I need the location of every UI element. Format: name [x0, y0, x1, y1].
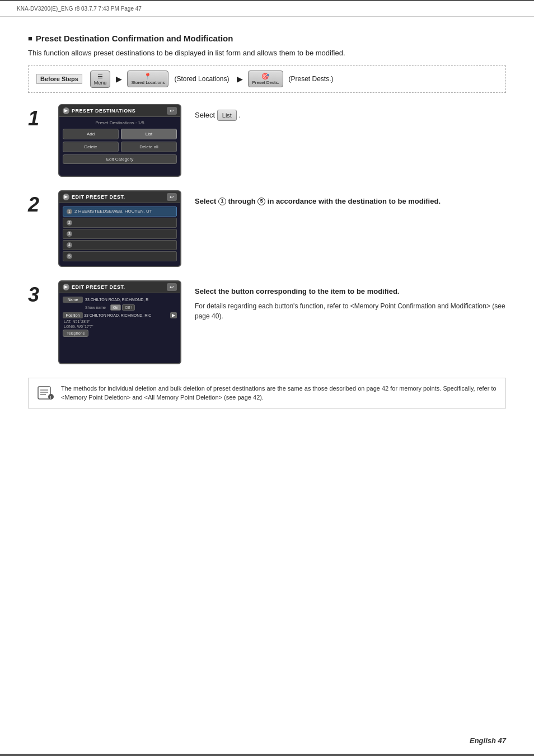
menu-button[interactable]: ☰ Menu — [90, 71, 111, 88]
step-2-number: 2 — [28, 195, 45, 215]
page-wrapper: KNA-DV3200(E)_ENG r8 03.7.7 7:43 PM Page… — [0, 0, 534, 756]
step-1-back-button[interactable]: ↩ — [167, 107, 177, 115]
toggle-on-button[interactable]: On — [110, 304, 121, 311]
step-3-long: LONG. W0°17'7" — [63, 325, 177, 328]
screen-3-icon: ▶ — [63, 284, 69, 290]
note-icon: ! — [36, 384, 54, 402]
stored-locations-label: (Stored Locations) — [174, 75, 229, 83]
telephone-button[interactable]: Telephone — [63, 330, 88, 337]
stored-locations-button[interactable]: 📍 Stored Locations — [127, 71, 168, 87]
screen-delete-all-button[interactable]: Delete all — [121, 142, 177, 152]
screen-list-item-4[interactable]: 4 — [63, 240, 177, 250]
item-num-1: 1 — [67, 209, 72, 214]
step-3-row: 3 ▶ EDIT PRESET DEST. ↩ Name — [28, 280, 506, 364]
show-name-label: Show name — [85, 306, 106, 309]
step-3-description: Select the button corresponding to the i… — [195, 280, 506, 322]
step-2-screen: ▶ EDIT PRESET DEST. ↩ 1 2 HEEMSTEEDSEWEB… — [58, 190, 181, 267]
before-steps-label: Before Steps — [36, 74, 82, 84]
step-1-subtitle: Preset Destinations : 1/5 — [63, 120, 177, 125]
step-2-titlebar: ▶ EDIT PRESET DEST. ↩ — [59, 191, 180, 203]
item-num-3: 3 — [67, 231, 72, 237]
circle-5: 5 — [257, 198, 265, 205]
top-header: KNA-DV3200(E)_ENG r8 03.7.7 7:43 PM Page… — [0, 0, 534, 17]
toggle-group: On Off ! — [110, 304, 135, 311]
screen-delete-button[interactable]: Delete — [63, 142, 119, 152]
note-svg-icon: ! — [37, 384, 54, 401]
screen-list-button[interactable]: List — [121, 129, 177, 139]
step-2-title: EDIT PRESET DEST. — [72, 194, 125, 200]
step-2-back-button[interactable]: ↩ — [167, 193, 177, 201]
arrow2: ▶ — [237, 75, 242, 83]
step-3-position-row: Position 33 CHILTON ROAD, RICHMOND, RIC … — [63, 312, 177, 318]
preset-dests-button[interactable]: 🎯 Preset Dests. — [248, 71, 283, 87]
step-3-lat: LAT. N51°28'9" — [63, 320, 177, 323]
step-3-back-button[interactable]: ↩ — [167, 283, 177, 291]
step-3-name-row: Name 33 CHILTON ROAD, RICHMOND, R — [63, 297, 177, 303]
item-num-2: 2 — [67, 220, 72, 226]
step-1-row: 1 ▶ PRESET DESTINATIONS ↩ Preset Destina… — [28, 104, 506, 177]
step-1-btn-grid: Add List Delete Delete all — [63, 129, 177, 152]
section-intro: This function allows preset destinations… — [28, 48, 506, 59]
bottom-border — [0, 754, 534, 756]
position-arrow-button[interactable]: ▶ — [170, 312, 177, 318]
step-1-number: 1 — [28, 109, 45, 129]
step-1-screen: ▶ PRESET DESTINATIONS ↩ Preset Destinati… — [58, 104, 181, 177]
circle-1: 1 — [218, 198, 226, 205]
step-1-title: PRESET DESTINATIONS — [72, 108, 135, 114]
step-3-name-value: 33 CHILTON ROAD, RICHMOND, R — [85, 298, 177, 302]
step-2-row: 2 ▶ EDIT PRESET DEST. ↩ 1 2 HEEMSTEEDSEW… — [28, 190, 506, 267]
step-3-showname-row: Show name On Off ! — [85, 304, 177, 311]
screen-list-item-1[interactable]: 1 2 HEEMSTEEDSEWEB, HOUTEN, UT — [63, 206, 177, 217]
screen-1-icon: ▶ — [63, 107, 69, 114]
section-title: Preset Destination Confirmation and Modi… — [28, 34, 506, 43]
screen-list-item-3[interactable]: 3 — [63, 229, 177, 239]
step-3-position-value: 33 CHILTON ROAD, RICHMOND, RIC — [84, 313, 169, 317]
toggle-off-button[interactable]: Off ! — [122, 304, 135, 311]
preset-icon: 🎯 — [261, 73, 269, 80]
arrow1: ▶ — [116, 75, 121, 83]
step-3-name-label: Name — [63, 297, 83, 303]
steps-container: 1 ▶ PRESET DESTINATIONS ↩ Preset Destina… — [28, 104, 506, 364]
svg-text:!: ! — [50, 396, 51, 400]
location-icon: 📍 — [144, 73, 152, 80]
before-steps-box: Before Steps ☰ Menu ▶ 📍 Stored Locations… — [28, 65, 506, 93]
step-3-titlebar: ▶ EDIT PRESET DEST. ↩ — [59, 281, 180, 293]
step-1-titlebar: ▶ PRESET DESTINATIONS ↩ — [59, 105, 180, 117]
step-3-number: 3 — [28, 285, 45, 305]
note-text: The methods for individual deletion and … — [61, 384, 498, 402]
menu-icon: ☰ — [97, 73, 103, 80]
step-3-desc-main: Select the button corresponding to the i… — [195, 286, 506, 297]
header-text: KNA-DV3200(E)_ENG r8 03.7.7 7:43 PM Page… — [17, 6, 142, 12]
screen-list-item-2[interactable]: 2 — [63, 218, 177, 228]
preset-dests-label: (Preset Dests.) — [289, 75, 334, 83]
main-content: Preset Destination Confirmation and Modi… — [0, 17, 534, 431]
step-3-desc-sub: For details regarding each button's func… — [195, 301, 506, 321]
screen-edit-category-button[interactable]: Edit Category — [63, 154, 177, 164]
screen-add-button[interactable]: Add — [63, 129, 119, 139]
item-num-4: 4 — [67, 242, 72, 248]
step-2-desc-main: Select 1 through 5 in accordance with th… — [195, 196, 506, 207]
screen-2-icon: ▶ — [63, 194, 69, 200]
list-inline-button[interactable]: List — [217, 110, 237, 121]
note-box: ! The methods for individual deletion an… — [28, 378, 506, 408]
page-footer: English 47 — [470, 736, 506, 745]
screen-list-item-5[interactable]: 5 — [63, 251, 177, 261]
step-1-description: Select List . — [195, 104, 506, 126]
item-num-5: 5 — [67, 253, 72, 259]
step-3-screen: ▶ EDIT PRESET DEST. ↩ Name 33 CHILTON RO… — [58, 280, 181, 364]
step-1-desc-main: Select List . — [195, 110, 506, 121]
step-3-title: EDIT PRESET DEST. — [72, 284, 125, 290]
step-2-description: Select 1 through 5 in accordance with th… — [195, 190, 506, 212]
step-3-position-label: Position — [63, 312, 83, 318]
